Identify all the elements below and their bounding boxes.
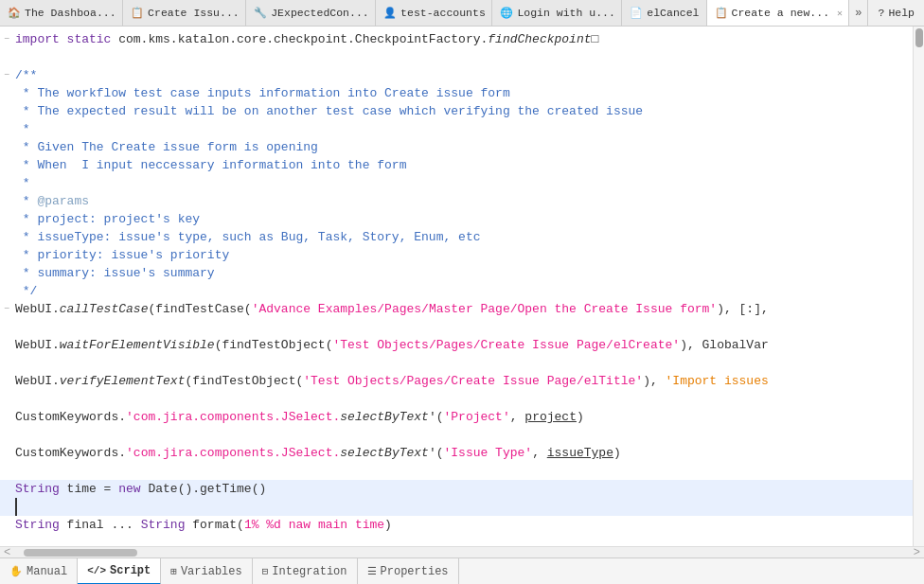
tab-script-label: Script <box>110 564 151 577</box>
tab-icon-elcancel: 📄 <box>630 7 643 19</box>
script-icon: </> <box>87 565 106 576</box>
code-line-comment-end: */ <box>0 282 913 300</box>
fold-btn-comment[interactable]: − <box>4 66 15 84</box>
code-line-c7: * project: project's key <box>0 210 913 228</box>
manual-icon: ✋ <box>9 565 23 577</box>
code-line-custom2: CustomKeywords.'com.jira.components.JSel… <box>0 444 913 462</box>
code-line-import: − import static com.kms.katalon.core.che… <box>0 30 913 48</box>
code-line-params: * @params <box>0 192 913 210</box>
tab-icon-jexpected: 🔧 <box>254 7 267 19</box>
tab-create-new[interactable]: 📋 Create a new... ✕ <box>707 0 850 27</box>
tab-manual-label: Manual <box>27 565 67 578</box>
code-line-blank5 <box>0 426 913 444</box>
tab-close-create-new[interactable]: ✕ <box>837 8 843 19</box>
tab-script[interactable]: </> Script <box>78 558 161 585</box>
tab-icon-test-accounts: 👤 <box>383 7 397 19</box>
code-line-c4: * Given The Create issue form is opening <box>0 138 913 156</box>
tab-label-login: Login with u... <box>517 7 615 19</box>
code-line-partial: String final ... String format(1% %d naw… <box>0 516 913 534</box>
tab-jexpected[interactable]: 🔧 JExpectedCon... <box>246 0 376 27</box>
help-button[interactable]: ? Help <box>867 0 924 27</box>
code-editor[interactable]: − import static com.kms.katalon.core.che… <box>0 27 913 546</box>
tab-integration-label: Integration <box>272 565 346 578</box>
code-container: − import static com.kms.katalon.core.che… <box>0 27 913 538</box>
fold-btn-call[interactable]: − <box>4 300 15 318</box>
tab-integration[interactable]: ⊟ Integration <box>253 558 358 585</box>
main-area: − import static com.kms.katalon.core.che… <box>0 27 924 546</box>
code-line-custom1: CustomKeywords.'com.jira.components.JSel… <box>0 408 913 426</box>
tab-icon-login: 🌐 <box>500 7 513 19</box>
tab-dashboard[interactable]: 🏠 The Dashboa... <box>0 0 123 27</box>
tab-label-elcancel: elCancel <box>647 7 699 19</box>
code-line-blank3 <box>0 354 913 372</box>
code-line-c1: * The workflow test case inputs informat… <box>0 84 913 102</box>
code-line-call-test-case: − WebUI.callTestCase(findTestCase('Advan… <box>0 300 913 318</box>
code-line-string-time: String time = new Date().getTime() <box>0 480 913 498</box>
code-line-blank4 <box>0 390 913 408</box>
tab-icon-create-issue: 📋 <box>131 7 144 19</box>
code-line-cursor <box>0 498 913 516</box>
code-line-comment-start: − /** <box>0 66 913 84</box>
code-line-c9: * priority: issue's priority <box>0 246 913 264</box>
tab-create-issue[interactable]: 📋 Create Issu... <box>123 0 246 27</box>
code-line-verify-text: WebUI.verifyElementText(findTestObject('… <box>0 372 913 390</box>
tab-elcancel[interactable]: 📄 elCancel <box>622 0 706 27</box>
help-icon: ? <box>878 7 884 19</box>
code-line-c8: * issueType: issue's type, such as Bug, … <box>0 228 913 246</box>
tab-manual[interactable]: ✋ Manual <box>0 558 78 585</box>
tab-label-create-new: Create a new... <box>732 7 830 19</box>
help-label: Help <box>888 7 915 19</box>
code-line-c2: * The expected result will be on another… <box>0 102 913 120</box>
tab-icon-dashboard: 🏠 <box>8 7 21 19</box>
code-line-c5: * When I input neccessary information in… <box>0 156 913 174</box>
code-line-blank1 <box>0 48 913 66</box>
properties-icon: ☰ <box>367 565 377 577</box>
code-line-blank2 <box>0 318 913 336</box>
tab-login[interactable]: 🌐 Login with u... <box>492 0 622 27</box>
code-line-c3: * <box>0 120 913 138</box>
hscroll-thumb <box>24 549 137 557</box>
vertical-scrollbar[interactable] <box>913 27 924 546</box>
tab-label-dashboard: The Dashboa... <box>25 7 116 19</box>
tab-overflow-btn[interactable]: » <box>849 7 867 20</box>
tab-bar: 🏠 The Dashboa... 📋 Create Issu... 🔧 JExp… <box>0 0 924 27</box>
fold-btn-import[interactable]: − <box>4 30 15 48</box>
code-line-wait-visible: WebUI.waitForElementVisible(findTestObje… <box>0 336 913 354</box>
tab-variables-label: Variables <box>181 565 242 578</box>
tab-label-create-issue: Create Issu... <box>148 7 240 19</box>
code-line-c6: * <box>0 174 913 192</box>
code-line-c10: * summary: issue's summary <box>0 264 913 282</box>
tab-label-jexpected: JExpectedCon... <box>271 7 369 19</box>
tab-properties-label: Properties <box>381 565 449 578</box>
scroll-thumb <box>915 28 923 47</box>
horizontal-scrollbar[interactable]: < > <box>0 546 924 557</box>
integration-icon: ⊟ <box>262 565 269 577</box>
tab-icon-create-new: 📋 <box>715 7 728 19</box>
variables-icon: ⊞ <box>170 565 177 577</box>
tab-properties[interactable]: ☰ Properties <box>358 558 459 585</box>
bottom-panel: ✋ Manual </> Script ⊞ Variables ⊟ Integr… <box>0 557 924 584</box>
tab-variables[interactable]: ⊞ Variables <box>161 558 252 585</box>
tab-test-accounts[interactable]: 👤 test-accounts <box>376 0 492 27</box>
tab-label-test-accounts: test-accounts <box>400 7 486 19</box>
code-comment-start: /** <box>15 66 909 84</box>
code-line-blank6 <box>0 462 913 480</box>
code-content-import: import static com.kms.katalon.core.check… <box>15 30 909 48</box>
